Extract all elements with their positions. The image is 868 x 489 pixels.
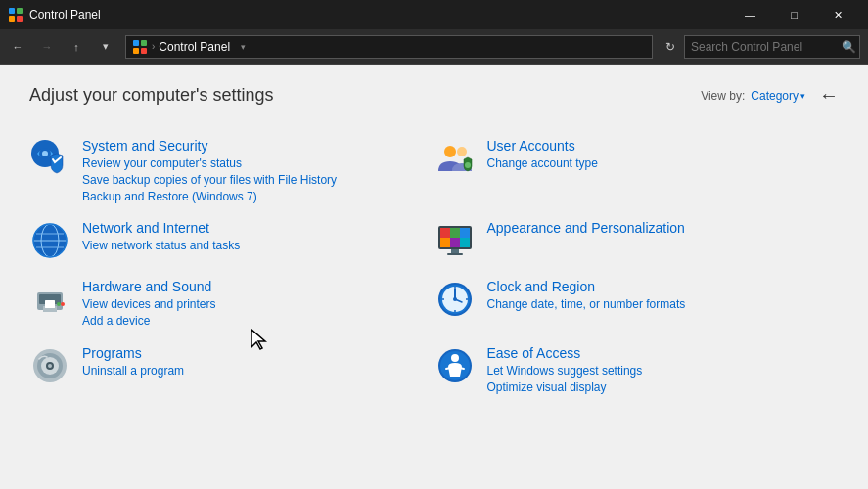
svg-rect-5 bbox=[141, 40, 147, 46]
search-input[interactable] bbox=[691, 40, 838, 54]
backup-restore-link[interactable]: Backup and Restore (Windows 7) bbox=[82, 189, 423, 205]
svg-rect-0 bbox=[9, 8, 15, 14]
content-header: Adjust your computer's settings View by:… bbox=[29, 84, 839, 107]
navigation-bar: ← → ↑ ▾ › Control Panel ▾ ↻ 🔍 bbox=[0, 29, 868, 65]
user-accounts-text: User Accounts Change account type bbox=[487, 138, 828, 172]
view-by-value[interactable]: Category ▾ bbox=[751, 89, 805, 103]
view-by-label: View by: bbox=[701, 89, 745, 103]
main-content: Adjust your computer's settings View by:… bbox=[0, 65, 868, 489]
svg-point-42 bbox=[453, 297, 457, 301]
categories-grid: System and Security Review your computer… bbox=[29, 130, 839, 404]
arrow-pointer: ← bbox=[819, 84, 839, 107]
svg-rect-30 bbox=[447, 253, 463, 255]
title-bar: Control Panel — □ ✕ bbox=[0, 0, 868, 29]
refresh-button[interactable]: ↻ bbox=[659, 35, 682, 59]
backup-files-link[interactable]: Save backup copies of your files with Fi… bbox=[82, 172, 423, 189]
svg-rect-4 bbox=[133, 40, 139, 46]
hardware-icon bbox=[29, 279, 70, 320]
forward-button[interactable]: → bbox=[33, 33, 61, 61]
category-network-internet: Network and Internet View network status… bbox=[29, 212, 434, 271]
hardware-sound-text: Hardware and Sound View devices and prin… bbox=[82, 279, 423, 330]
up-button[interactable]: ↑ bbox=[63, 33, 90, 61]
shield-icon bbox=[29, 138, 70, 179]
close-button[interactable]: ✕ bbox=[816, 0, 860, 29]
svg-rect-7 bbox=[141, 48, 147, 54]
svg-point-13 bbox=[465, 162, 471, 168]
system-security-title[interactable]: System and Security bbox=[82, 138, 423, 154]
ease-of-access-text: Ease of Access Let Windows suggest setti… bbox=[487, 345, 828, 396]
users-icon bbox=[434, 138, 476, 179]
svg-point-12 bbox=[457, 147, 467, 156]
maximize-button[interactable]: □ bbox=[772, 0, 816, 29]
svg-rect-26 bbox=[440, 238, 450, 247]
network-internet-text: Network and Internet View network status… bbox=[82, 220, 423, 254]
category-user-accounts: User Accounts Change account type bbox=[434, 130, 840, 212]
recent-locations-button[interactable]: ▾ bbox=[92, 33, 119, 61]
system-security-text: System and Security Review your computer… bbox=[82, 138, 423, 204]
svg-rect-25 bbox=[460, 228, 470, 238]
category-system-security: System and Security Review your computer… bbox=[29, 130, 434, 212]
svg-rect-28 bbox=[460, 238, 470, 247]
search-bar: 🔍 bbox=[684, 35, 860, 59]
ease-of-access-title[interactable]: Ease of Access bbox=[487, 345, 828, 361]
category-programs: Programs Uninstall a program bbox=[29, 337, 434, 404]
review-status-link[interactable]: Review your computer's status bbox=[82, 156, 423, 172]
category-appearance: Appearance and Personalization bbox=[434, 212, 840, 271]
svg-rect-24 bbox=[450, 228, 460, 238]
svg-rect-34 bbox=[45, 300, 55, 308]
user-accounts-title[interactable]: User Accounts bbox=[487, 138, 828, 154]
change-date-time-link[interactable]: Change date, time, or number formats bbox=[487, 296, 828, 313]
programs-icon bbox=[29, 345, 70, 386]
category-clock-region: Clock and Region Change date, time, or n… bbox=[434, 271, 840, 337]
svg-rect-6 bbox=[133, 48, 139, 54]
window-title: Control Panel bbox=[29, 8, 722, 22]
back-button[interactable]: ← bbox=[4, 33, 31, 61]
window-controls: — □ ✕ bbox=[728, 0, 860, 29]
appearance-icon bbox=[434, 220, 476, 261]
optimize-display-link[interactable]: Optimize visual display bbox=[487, 379, 828, 396]
address-dropdown-button[interactable]: ▾ bbox=[234, 35, 251, 59]
network-internet-title[interactable]: Network and Internet bbox=[82, 220, 423, 236]
category-hardware-sound: Hardware and Sound View devices and prin… bbox=[29, 271, 434, 337]
address-icon bbox=[132, 39, 148, 55]
svg-point-35 bbox=[57, 302, 61, 306]
suggest-settings-link[interactable]: Let Windows suggest settings bbox=[487, 363, 828, 379]
svg-rect-2 bbox=[9, 16, 15, 22]
view-by-dropdown-icon: ▾ bbox=[800, 91, 805, 101]
clock-region-text: Clock and Region Change date, time, or n… bbox=[487, 279, 828, 313]
view-devices-link[interactable]: View devices and printers bbox=[82, 296, 423, 313]
address-breadcrumb: › Control Panel bbox=[152, 40, 230, 54]
minimize-button[interactable]: — bbox=[728, 0, 772, 29]
appearance-title[interactable]: Appearance and Personalization bbox=[487, 220, 828, 236]
svg-rect-3 bbox=[17, 16, 23, 22]
svg-point-10 bbox=[42, 151, 48, 156]
add-device-link[interactable]: Add a device bbox=[82, 313, 423, 330]
clock-region-title[interactable]: Clock and Region bbox=[487, 279, 828, 294]
svg-rect-29 bbox=[451, 249, 459, 253]
programs-title[interactable]: Programs bbox=[82, 345, 423, 361]
app-icon bbox=[8, 7, 23, 22]
svg-rect-23 bbox=[440, 228, 450, 238]
svg-point-54 bbox=[451, 354, 459, 362]
search-button[interactable]: 🔍 bbox=[842, 40, 856, 54]
hardware-sound-title[interactable]: Hardware and Sound bbox=[82, 279, 423, 294]
page-title: Adjust your computer's settings bbox=[29, 85, 274, 106]
svg-point-51 bbox=[48, 364, 52, 368]
address-bar: › Control Panel ▾ bbox=[125, 35, 653, 59]
programs-text: Programs Uninstall a program bbox=[82, 345, 423, 379]
svg-rect-1 bbox=[17, 8, 23, 14]
view-network-status-link[interactable]: View network status and tasks bbox=[82, 238, 423, 254]
change-account-type-link[interactable]: Change account type bbox=[487, 156, 828, 172]
svg-rect-27 bbox=[450, 238, 460, 247]
svg-point-36 bbox=[61, 302, 65, 306]
globe-icon bbox=[29, 220, 70, 261]
ease-icon bbox=[434, 345, 476, 386]
view-by-control: View by: Category ▾ ← bbox=[701, 84, 839, 107]
address-current: Control Panel bbox=[159, 40, 230, 54]
clock-icon bbox=[434, 279, 476, 320]
category-ease-of-access: Ease of Access Let Windows suggest setti… bbox=[434, 337, 840, 404]
uninstall-program-link[interactable]: Uninstall a program bbox=[82, 363, 423, 379]
svg-point-11 bbox=[444, 146, 456, 157]
appearance-text: Appearance and Personalization bbox=[487, 220, 828, 238]
